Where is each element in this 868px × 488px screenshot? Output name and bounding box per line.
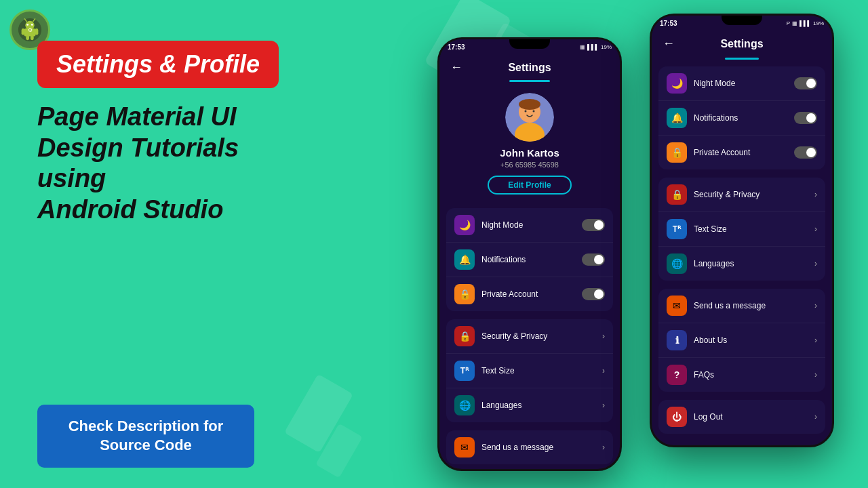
p2-night-mode-toggle[interactable] [794,77,817,89]
private-account-toggle[interactable] [582,288,605,300]
battery-text-2: 19% [813,20,824,26]
p2-night-mode-icon: 🌙 [667,73,687,94]
phone-2-logout-item[interactable]: ⏻ Log Out › [658,400,825,434]
phone-1-app-header: ← Settings [439,55,620,80]
p2-logout-chevron: › [814,412,817,422]
p2-security-privacy-icon: 🔒 [667,184,687,205]
svg-rect-6 [31,35,34,41]
svg-point-8 [31,24,33,26]
send-message-label: Send us a message [481,443,602,452]
send-message-chevron: › [602,443,605,452]
subtitle-line4: Android Studio [37,195,223,224]
text-size-label: Text Size [481,366,602,375]
phone-1-back-arrow[interactable]: ← [450,60,462,75]
svg-point-16 [525,110,527,113]
check-description-button[interactable]: Check Description forSource Code [37,405,254,468]
phone-2-notifications-item: 🔔 Notifications [658,101,825,136]
notifications-toggle[interactable] [582,253,605,266]
p2-faqs-chevron: › [814,370,817,380]
private-account-label: Private Account [481,289,582,299]
subtitle-line3: using [37,164,106,192]
phone-2-night-mode-item: 🌙 Night Mode [658,66,825,101]
phone-1-profile-section: John Kartos +56 65985 45698 Edit Profile [439,82,620,204]
phone-2-time: 17:53 [660,20,677,27]
p2-notifications-label: Notifications [694,113,794,123]
phone-2-app-title: Settings [682,38,802,50]
title-badge: Settings & Profile [37,41,279,88]
phone-1-night-mode-item: 🌙 Night Mode [446,208,613,243]
phone-2-about-us-item[interactable]: ℹ About Us › [658,323,825,358]
title-badge-text: Settings & Profile [56,50,260,78]
p2-about-us-label: About Us [694,336,814,345]
phone-1-toggle-group: 🌙 Night Mode 🔔 Notifications 🔒 Private A… [446,208,613,311]
phone-1-private-account-item: 🔒 Private Account [446,277,613,311]
phone-2-text-size-item[interactable]: Tᴿ Text Size › [658,212,825,247]
svg-text:⚙: ⚙ [28,27,33,33]
p2-logout-label: Log Out [694,412,814,422]
private-account-icon: 🔒 [454,284,475,304]
phone-1-more-group: ✉ Send us a message › [446,430,613,464]
p2-languages-icon: 🌐 [667,253,687,274]
night-mode-icon: 🌙 [454,215,475,235]
wifi-icon-2: ▦ [792,20,797,26]
phone-2-more-group: ✉ Send us a message › ℹ About Us › ? FAQ… [658,289,825,392]
phone-1-profile-phone: +56 65985 45698 [500,161,559,169]
svg-point-15 [519,99,540,110]
check-desc-label: Check Description forSource Code [68,418,224,454]
p2-text-size-chevron: › [814,224,817,234]
p2-faqs-label: FAQs [694,370,814,380]
p2-about-us-icon: ℹ [667,330,687,350]
phone-2-nav-group: 🔒 Security & Privacy › Tᴿ Text Size › 🌐 … [658,178,825,281]
signal-icon-2: ▌▌▌ [800,20,811,26]
phone-1-time: 17:53 [448,43,465,51]
wifi-icon: ▦ [580,44,585,50]
p2-languages-chevron: › [814,259,817,268]
phone-2-private-account-item: 🔒 Private Account [658,136,825,169]
subtitle-line2: Design Tutorials [37,134,239,162]
phone-2-security-privacy-item[interactable]: 🔒 Security & Privacy › [658,178,825,212]
signal-icon: ▌▌▌ [587,44,599,50]
p2-text-size-icon: Tᴿ [667,219,687,239]
p2-security-privacy-chevron: › [814,190,817,199]
p-icon: P [787,20,790,26]
svg-point-7 [26,24,28,26]
languages-label: Languages [481,401,602,410]
security-privacy-chevron: › [602,331,605,341]
phone-2-back-arrow[interactable]: ← [663,37,675,51]
phone-1-text-size-item[interactable]: Tᴿ Text Size › [446,354,613,388]
battery-text: 19% [601,44,612,50]
night-mode-toggle[interactable] [582,219,605,231]
phone-1-mockup: 17:53 ▦ ▌▌▌ 19% ← Settings [437,37,622,471]
subtitle-text: Page Material UI Design Tutorials using … [37,102,417,225]
phone-1-avatar [505,93,554,142]
p2-faqs-icon: ? [667,365,687,385]
phone-2-status-icons: P ▦ ▌▌▌ 19% [787,20,824,26]
phone-1-send-message-item[interactable]: ✉ Send us a message › [446,430,613,464]
phone-1-nav-group: 🔒 Security & Privacy › Tᴿ Text Size › 🌐 … [446,319,613,422]
phone-1-app-title: Settings [469,62,590,74]
notifications-icon: 🔔 [454,249,475,270]
svg-rect-5 [26,35,29,41]
languages-icon: 🌐 [454,395,475,415]
p2-private-account-label: Private Account [694,148,794,157]
phone-1-status-icons: ▦ ▌▌▌ 19% [580,44,612,50]
notifications-label: Notifications [481,255,582,264]
p2-night-mode-label: Night Mode [694,79,794,88]
phone-2-send-message-item[interactable]: ✉ Send us a message › [658,289,825,323]
svg-rect-3 [22,28,25,35]
phone-2-content: 17:53 P ▦ ▌▌▌ 19% ← Settings 🌙 Night Mod… [652,16,832,445]
p2-about-us-chevron: › [814,336,817,345]
p2-notifications-toggle[interactable] [794,112,817,124]
phone-1-notifications-item: 🔔 Notifications [446,243,613,277]
p2-private-account-toggle[interactable] [794,146,817,159]
phone-2-languages-item[interactable]: 🌐 Languages › [658,247,825,281]
phone-2-header-underline [725,58,759,60]
phone-1-languages-item[interactable]: 🌐 Languages › [446,388,613,422]
subtitle-line1: Page Material UI [37,102,237,131]
phone-2-faqs-item[interactable]: ? FAQs › [658,358,825,392]
phone-2-app-header: ← Settings [652,31,832,56]
phone-1-profile-name: John Kartos [500,147,559,159]
phone-1-security-privacy-item[interactable]: 🔒 Security & Privacy › [446,319,613,354]
left-panel: Settings & Profile Page Material UI Desi… [37,41,417,232]
phone-1-edit-profile-button[interactable]: Edit Profile [488,176,571,195]
